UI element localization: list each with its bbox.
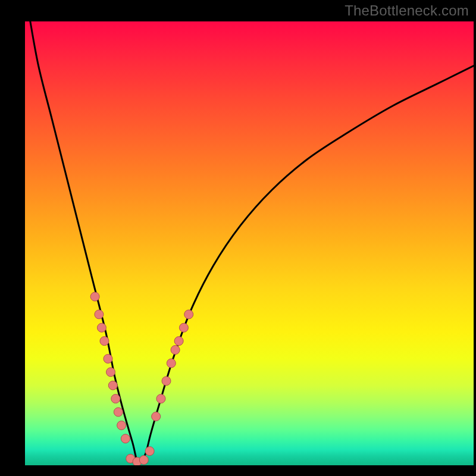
data-dot [162,377,171,386]
data-dot [167,359,176,368]
data-dot [107,368,115,377]
data-dot [152,412,161,421]
data-dot [114,408,123,416]
bottleneck-curve [30,21,474,462]
data-dot [121,434,130,443]
data-dot [145,447,154,456]
data-dot [171,346,180,355]
data-dot [117,421,126,430]
data-dot [174,337,183,346]
data-dot [97,323,106,332]
data-dot [111,394,120,403]
data-dot [104,354,112,363]
data-dot [95,310,104,319]
data-dot [179,323,188,332]
data-dot [139,456,148,465]
data-dot [108,381,117,390]
data-dot [90,292,99,301]
data-dot [184,310,193,319]
chart-frame: TheBottleneck.com [0,0,476,476]
watermark-text: TheBottleneck.com [345,2,469,19]
data-dot [156,394,165,403]
plot-svg [25,21,474,465]
plot-area [25,21,474,465]
data-dot [100,337,109,346]
data-dots [90,292,193,465]
